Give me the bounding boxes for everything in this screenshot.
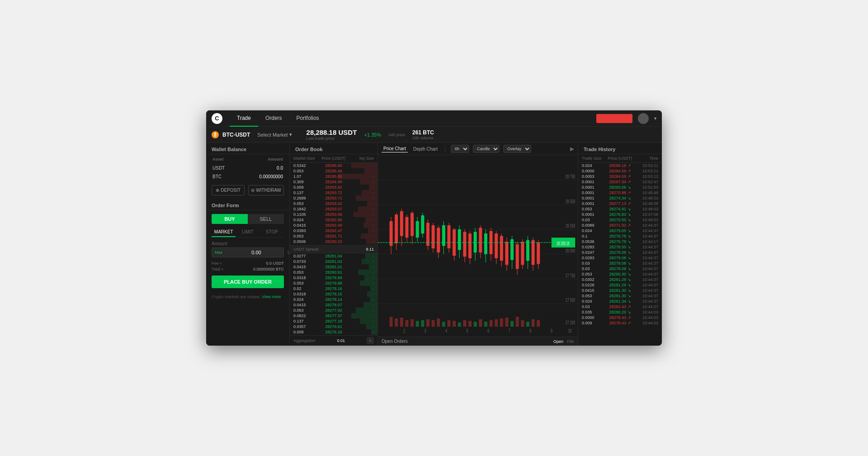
nav-tab-orders[interactable]: Orders [258, 110, 289, 127]
ob-ask-row[interactable]: 0.184228293.07- [290, 206, 377, 212]
ob-ask-row[interactable]: 0.30928294.99- [290, 179, 377, 185]
ob-bid-row[interactable]: 0.05328277.92- [290, 308, 377, 313]
oo-tab-open[interactable]: Open [553, 339, 563, 344]
svg-rect-94 [448, 320, 451, 327]
ob-ask-row[interactable]: 0.050628290.15- [290, 239, 377, 244]
left-panel: Wallet Balance Asset Amount USDT 0.0 BTC [206, 143, 290, 346]
tab-price-chart[interactable]: Price Chart [382, 145, 408, 152]
ob-ask-row[interactable]: 0.041528292.49- [290, 223, 377, 228]
th-row: 0.000128274.34 ↘10:48:23 [578, 195, 662, 201]
buy-tab[interactable]: BUY [212, 214, 248, 224]
withdraw-icon: ⊖ [251, 188, 255, 193]
chevron-down-icon[interactable]: ▾ [654, 116, 656, 121]
ob-bid-row[interactable]: 0.02428278.14- [290, 297, 377, 302]
ob-bid-row[interactable]: 0.035728276.61- [290, 324, 377, 329]
ob-ask-row[interactable]: 0.05328291.71- [290, 233, 377, 239]
ob-ask-size: 0.0393 [293, 228, 320, 233]
order-book-title: Order Book [290, 143, 377, 154]
ob-ask-row[interactable]: 0.13728293.72- [290, 190, 377, 195]
th-price: 28278.43 ↗ [607, 315, 632, 320]
ob-ask-row[interactable]: 0.039328292.47- [290, 228, 377, 233]
ob-bid-row[interactable]: 0.031828278.15- [290, 291, 377, 297]
ob-bid-row[interactable]: 0.073328281.03- [290, 259, 377, 264]
ob-bid-row[interactable]: 0.05328280.91- [290, 270, 377, 275]
ob-ask-row[interactable]: 1.0728295.00- [290, 174, 377, 179]
nav-tab-portfolios[interactable]: Portfolios [289, 110, 326, 127]
total-value: 0.00000000 BTC [253, 267, 284, 271]
ob-bid-row[interactable]: 0.041528281.01- [290, 264, 377, 270]
ob-bid-mysize: - [347, 324, 374, 329]
ob-ask-row[interactable]: 0.00928293.82- [290, 185, 377, 190]
ob-ask-row[interactable]: 0.02428282.90- [290, 217, 377, 223]
ob-bid-mysize: - [347, 270, 374, 275]
last-price-block: 28,288.18 USDT Last trade price [307, 128, 357, 141]
ob-bid-row[interactable]: 0.031828278.89- [290, 275, 377, 280]
th-row: 0.128276.78 ↘10:44:37 [578, 233, 662, 239]
tab-stop[interactable]: STOP [260, 228, 284, 237]
ob-ask-row[interactable]: 0.110528293.06- [290, 212, 377, 217]
ob-bid-size: 0.053 [293, 308, 320, 313]
volume-num: 261 BTC [412, 129, 434, 136]
select-market-button[interactable]: Select Market ▾ [257, 132, 292, 138]
overlay-select[interactable]: Overlay [503, 145, 531, 153]
ob-bid-row[interactable]: 0.00928276.16- [290, 329, 377, 335]
tab-market[interactable]: MARKET [212, 228, 236, 237]
ob-bid-row[interactable]: 0.13728277.18- [290, 318, 377, 324]
sell-tab[interactable]: SELL [248, 214, 284, 224]
th-time: 10:51:53 [633, 185, 658, 190]
ob-ask-mysize: - [347, 228, 374, 233]
th-time: 10:44:37 [633, 261, 658, 266]
svg-rect-93 [442, 322, 445, 327]
tab-limit[interactable]: LIMIT [236, 228, 259, 237]
ob-bid-size: 0.02 [293, 286, 320, 291]
ob-ask-row[interactable]: 0.05328293.52- [290, 201, 377, 206]
th-row: 0.00928278.43 ↗10:44:03 [578, 320, 662, 326]
ob-bid-row[interactable]: 0.05328279.88- [290, 280, 377, 286]
th-row: 0.05328281.30 ↘10:44:37 [578, 293, 662, 299]
deposit-button[interactable]: ⊕ DEPOSIT [212, 185, 245, 195]
nav-tab-trade[interactable]: Trade [230, 110, 258, 127]
svg-rect-99 [474, 322, 477, 327]
svg-text:10: 10 [568, 328, 572, 333]
ob-bid-row[interactable]: 0.0228278.16- [290, 286, 377, 291]
svg-rect-100 [479, 319, 482, 327]
ob-ask-mysize: - [347, 223, 374, 228]
ob-ask-price: 28293.82 [320, 185, 347, 190]
th-size: 0.0001 [582, 190, 607, 195]
aggregation-plus-button[interactable]: + [367, 337, 374, 344]
th-row: 0.0328270.50 ↘10:46:52 [578, 217, 662, 223]
svg-text:4: 4 [445, 328, 447, 333]
ob-bid-price: 28278.15 [320, 292, 347, 296]
th-row: 0.02428281.34 ↘10:44:37 [578, 299, 662, 304]
ob-ask-row[interactable]: 0.534228295.60- [290, 163, 377, 168]
ob-ask-row[interactable]: 0.268928293.71- [290, 195, 377, 201]
svg-text:2: 2 [403, 328, 405, 333]
ob-ask-mysize: - [347, 185, 374, 190]
tab-depth-chart[interactable]: Depth Chart [411, 146, 439, 152]
oo-tab-fills[interactable]: Fills [567, 339, 574, 344]
th-size: 0.0283 [582, 245, 607, 249]
ob-bid-row[interactable]: 0.027728281.04- [290, 253, 377, 259]
ob-ask-price: 28295.60 [320, 163, 347, 168]
ob-ask-size: 0.053 [293, 234, 320, 238]
ob-bids: 0.027728281.04-0.073328281.03-0.04152828… [290, 253, 377, 336]
withdraw-button[interactable]: ⊖ WITHDRAW [248, 185, 284, 195]
ob-ask-size: 0.137 [293, 190, 320, 195]
timeframe-select[interactable]: 6h1h1d [451, 145, 469, 153]
ob-bid-row[interactable]: 0.082228277.37- [290, 313, 377, 318]
order-form-title: Order Form [206, 199, 289, 210]
ob-bid-row[interactable]: 0.041528278.07- [290, 302, 377, 308]
amount-input[interactable] [225, 250, 288, 255]
th-size: 0.03 [582, 261, 607, 266]
avatar[interactable] [638, 113, 649, 124]
max-button[interactable]: Max [215, 250, 222, 255]
ob-bid-price: 28277.37 [320, 314, 347, 318]
chart-type-select[interactable]: Candle [473, 145, 500, 153]
th-price: 28284.59 ↗ [607, 169, 632, 173]
svg-rect-48 [479, 228, 482, 252]
chart-expand-icon[interactable]: ▶ [570, 146, 574, 152]
view-more-link[interactable]: View more [262, 294, 281, 299]
place-order-button[interactable]: PLACE BUY ORDER [212, 276, 284, 288]
th-time: 10:44:37 [633, 223, 658, 228]
ob-ask-row[interactable]: 0.05328295.44- [290, 168, 377, 174]
